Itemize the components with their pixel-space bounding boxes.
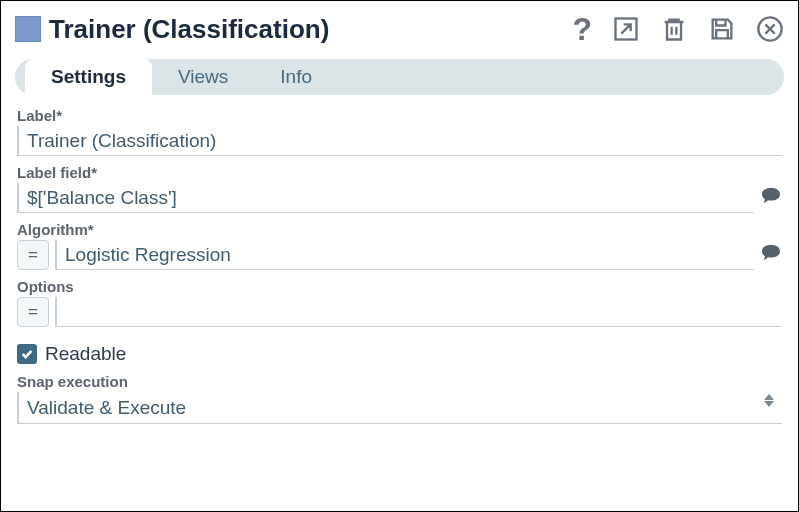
help-icon[interactable]: ? bbox=[572, 13, 592, 45]
snap-execution-select[interactable] bbox=[17, 392, 782, 424]
readable-label: Readable bbox=[45, 343, 126, 365]
tab-bar: Settings Views Info bbox=[15, 59, 784, 95]
title-actions: ? bbox=[572, 13, 784, 45]
trash-icon[interactable] bbox=[660, 15, 688, 43]
chevron-down-icon bbox=[764, 401, 774, 407]
title-left: Trainer (Classification) bbox=[15, 14, 329, 45]
label-input[interactable] bbox=[17, 126, 782, 156]
save-icon[interactable] bbox=[708, 15, 736, 43]
page-title: Trainer (Classification) bbox=[49, 14, 329, 45]
check-icon bbox=[20, 347, 34, 361]
tab-settings[interactable]: Settings bbox=[25, 59, 152, 95]
options-label: Options bbox=[17, 278, 782, 295]
stepper-icon[interactable] bbox=[764, 394, 774, 407]
label-field-input[interactable] bbox=[17, 183, 754, 213]
chevron-up-icon bbox=[764, 394, 774, 400]
snap-execution-label: Snap execution bbox=[17, 373, 782, 390]
algorithm-input[interactable] bbox=[55, 240, 754, 270]
app-icon bbox=[15, 16, 41, 42]
readable-checkbox[interactable] bbox=[17, 344, 37, 364]
algorithm-expr-button[interactable]: = bbox=[17, 240, 49, 270]
options-expr-button[interactable]: = bbox=[17, 297, 49, 327]
tab-info[interactable]: Info bbox=[254, 59, 338, 95]
export-icon[interactable] bbox=[612, 15, 640, 43]
algorithm-label: Algorithm* bbox=[17, 221, 782, 238]
options-input[interactable] bbox=[55, 297, 782, 327]
close-icon[interactable] bbox=[756, 15, 784, 43]
readable-row: Readable bbox=[17, 343, 782, 365]
label-label: Label* bbox=[17, 107, 782, 124]
title-bar: Trainer (Classification) ? bbox=[15, 13, 784, 45]
settings-form: Label* Label field* Algorithm* = Options… bbox=[15, 107, 784, 424]
label-field-label: Label field* bbox=[17, 164, 782, 181]
tab-views[interactable]: Views bbox=[152, 59, 254, 95]
suggest-icon[interactable] bbox=[760, 187, 782, 209]
algorithm-suggest-icon[interactable] bbox=[760, 244, 782, 266]
